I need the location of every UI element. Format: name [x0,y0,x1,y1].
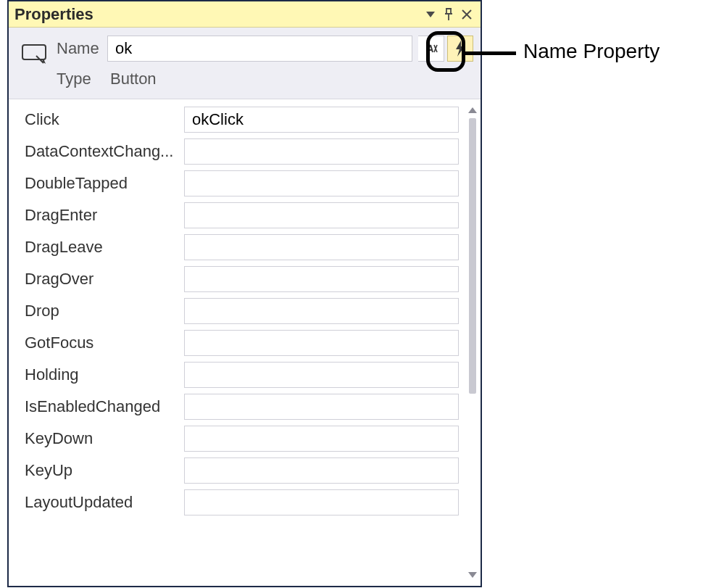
event-row: Click [9,104,465,136]
event-row: DragLeave [9,231,465,263]
event-row: Drop [9,295,465,327]
name-label: Name [57,39,107,58]
event-handler-input[interactable] [184,266,459,292]
svg-marker-5 [456,41,465,57]
event-label: IsEnabledChanged [25,397,184,416]
pin-icon[interactable] [441,7,457,22]
events-view-button[interactable] [447,36,473,62]
object-header: Name [9,28,481,99]
close-icon[interactable] [459,7,475,22]
event-handler-input[interactable] [184,394,459,420]
event-label: DoubleTapped [25,174,184,193]
events-list: ClickDataContextChang...DoubleTappedDrag… [9,99,481,586]
type-label: Type [57,70,107,88]
event-handler-input[interactable] [184,330,459,356]
event-row: DoubleTapped [9,167,465,199]
event-label: DragEnter [25,206,184,225]
event-label: KeyUp [25,461,184,480]
callout-line [465,51,516,55]
event-row: Holding [9,359,465,391]
event-handler-input[interactable] [184,170,459,196]
type-value: Button [107,70,157,88]
event-label: Click [25,110,184,129]
event-handler-input[interactable] [184,362,459,388]
event-handler-input[interactable] [184,138,459,165]
callout-label: Name Property [523,40,660,63]
event-handler-input[interactable] [184,234,459,260]
event-row: DragEnter [9,199,465,231]
svg-rect-3 [22,45,46,59]
svg-marker-7 [468,572,477,578]
panel-titlebar: Properties [9,1,481,28]
event-handler-input[interactable] [184,202,459,228]
event-handler-input[interactable] [184,489,459,515]
event-row: DataContextChang... [9,136,465,167]
event-row: DragOver [9,263,465,295]
event-label: KeyDown [25,429,184,448]
properties-view-button[interactable] [418,36,444,62]
event-handler-input[interactable] [184,457,459,484]
event-label: GotFocus [25,334,184,352]
element-icon [16,33,52,75]
event-row: KeyDown [9,423,465,455]
scroll-down-icon[interactable] [466,568,479,581]
name-input[interactable] [107,36,412,62]
event-row: GotFocus [9,327,465,359]
event-label: DragLeave [25,238,184,257]
event-handler-input[interactable] [184,298,459,324]
svg-marker-0 [426,12,435,17]
event-handler-input[interactable] [184,426,459,452]
event-row: KeyUp [9,455,465,486]
event-label: Holding [25,365,184,384]
event-row: LayoutUpdated [9,486,465,518]
event-label: Drop [25,302,184,320]
properties-panel: Properties [7,0,482,587]
event-label: DataContextChang... [25,142,184,161]
event-label: LayoutUpdated [25,493,184,512]
scrollbar-thumb[interactable] [469,118,476,394]
event-row: IsEnabledChanged [9,391,465,423]
svg-marker-6 [468,107,477,113]
dropdown-icon[interactable] [423,7,438,22]
scrollbar[interactable] [466,104,479,581]
event-handler-input[interactable] [184,107,459,133]
panel-title: Properties [14,5,420,24]
event-label: DragOver [25,270,184,289]
scroll-up-icon[interactable] [466,104,479,117]
